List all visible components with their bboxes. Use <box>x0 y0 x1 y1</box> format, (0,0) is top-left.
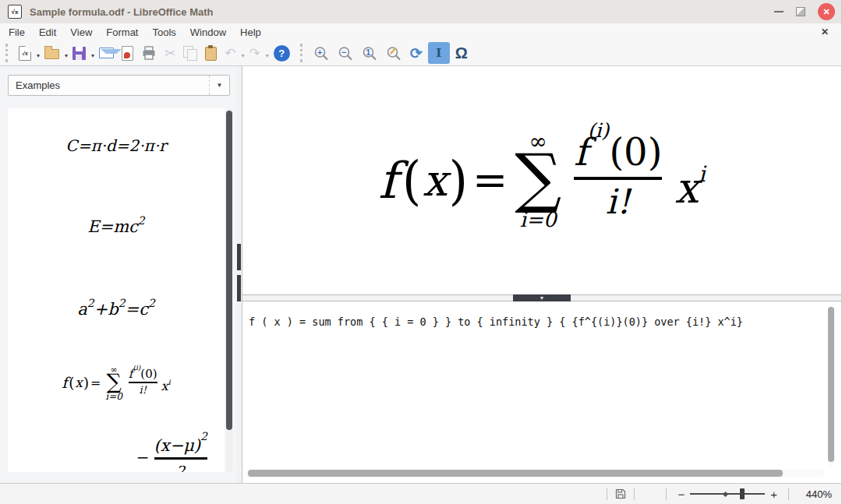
formula-command-text[interactable]: f ( x ) = sum from { { i = 0 } } to { in… <box>242 301 841 328</box>
minimize-button[interactable] <box>774 11 784 12</box>
emc-base: E=mc <box>87 217 138 236</box>
gauss-den: 2 <box>176 463 185 472</box>
save-dropdown-arrow[interactable]: ▾ <box>91 52 94 59</box>
menu-format[interactable]: Format <box>99 25 145 40</box>
app-icon: √x <box>8 5 22 19</box>
paste-button[interactable] <box>203 42 219 64</box>
pyth-c-sup: 2 <box>148 297 155 309</box>
zoom-out-control[interactable]: − <box>674 488 688 500</box>
mini-num-arg: (0) <box>140 368 157 380</box>
vertical-splitter-handle[interactable] <box>237 244 241 270</box>
horizontal-splitter-handle[interactable]: ▼ <box>513 294 571 301</box>
gauss-minus: − <box>136 448 150 467</box>
zoom-slider-thumb[interactable] <box>740 488 745 499</box>
command-editor[interactable]: f ( x ) = sum from { { i = 0 } } to { in… <box>242 301 841 483</box>
menu-tools[interactable]: Tools <box>145 25 182 40</box>
export-pdf-button[interactable] <box>119 42 136 64</box>
zoom-in-button[interactable]: + <box>311 42 332 64</box>
formula-sum-lower: i=0 <box>520 210 557 230</box>
update-button[interactable]: ⟳ <box>408 42 425 64</box>
restore-button[interactable] <box>796 7 805 16</box>
formula-cursor-button[interactable]: I <box>428 42 450 64</box>
statusbar-separator <box>607 488 607 500</box>
example-emc2-formula[interactable]: E=mc2 <box>8 216 225 236</box>
category-dropdown-button[interactable]: ▼ <box>209 76 229 95</box>
open-button[interactable] <box>42 42 62 64</box>
mini-equals: = <box>90 377 101 389</box>
zoom-slider[interactable] <box>690 488 765 500</box>
help-button[interactable]: ? <box>271 42 292 64</box>
close-window-button[interactable]: ✕ <box>818 3 835 20</box>
sidebar-scrollbar-thumb[interactable] <box>226 111 232 430</box>
menu-edit[interactable]: Edit <box>32 25 63 40</box>
pyth-b-sup: 2 <box>119 297 126 309</box>
pyth-a-sup: 2 <box>87 297 94 309</box>
pyth-a: a <box>77 300 87 319</box>
formula-preview-area[interactable]: f ( x ) = ∞ ∑ i=0 f(i)(0) i! xi <box>242 66 841 294</box>
example-circle-formula[interactable]: C=π·d=2·π·r <box>8 136 225 155</box>
save-floppy-icon <box>73 47 86 60</box>
sidebar-scrollbar[interactable] <box>226 108 232 472</box>
formula-open-paren: ( <box>402 154 421 206</box>
category-selector[interactable]: Examples ▼ <box>8 75 230 96</box>
editor-vertical-scrollbar-thumb[interactable] <box>828 307 834 462</box>
window-title: Sample formula.odf - LibreOffice Math <box>30 6 213 18</box>
zoom-out-button[interactable]: − <box>335 42 356 64</box>
example-pythagoras-formula[interactable]: a2+b2=c2 <box>8 298 225 319</box>
panel-splitter-horizontal[interactable]: ▼ <box>242 294 841 301</box>
editor-horizontal-scrollbar-thumb[interactable] <box>248 470 783 477</box>
formula-var: x <box>674 167 698 210</box>
menu-help[interactable]: Help <box>233 25 268 40</box>
formula-fraction-bar <box>574 177 662 180</box>
new-document-icon: √x <box>19 46 31 61</box>
save-button[interactable] <box>70 42 88 64</box>
copy-button <box>181 42 200 64</box>
formula-sigma: ∑ <box>515 150 561 207</box>
mini-num-sup: (i) <box>133 365 140 372</box>
mini-close-paren: ) <box>83 375 89 390</box>
mini-var: x <box>161 380 168 393</box>
cut-button: ✂ <box>162 42 178 64</box>
panel-splitter-vertical[interactable] <box>236 66 242 483</box>
new-formula-button[interactable]: √x <box>16 42 34 64</box>
example-gauss-formula[interactable]: − (x−μ)2 2 <box>8 426 225 470</box>
vertical-splitter-handle[interactable] <box>237 275 241 301</box>
menu-view[interactable]: View <box>63 25 99 40</box>
email-document-button[interactable] <box>97 42 116 64</box>
clipboard-icon <box>205 47 217 61</box>
menu-window[interactable]: Window <box>183 25 233 40</box>
redo-dropdown-arrow: ▾ <box>266 52 269 59</box>
formula-num-arg: (0) <box>609 133 662 171</box>
open-dropdown-arrow[interactable]: ▾ <box>65 52 68 59</box>
print-button[interactable] <box>139 42 159 64</box>
zoom-level-value[interactable]: 440% <box>796 488 832 500</box>
zoom-out-icon: − <box>338 45 354 62</box>
menu-file[interactable]: File <box>2 25 32 40</box>
zoom-in-control[interactable]: + <box>766 488 781 500</box>
email-icon <box>99 48 114 58</box>
new-dropdown-arrow[interactable]: ▾ <box>37 52 40 59</box>
example-taylor-formula[interactable]: f ( x ) = ∞ ∑ i=0 f(i)(0) i! <box>8 365 225 401</box>
editor-horizontal-scrollbar[interactable] <box>246 470 824 477</box>
copy-icon <box>183 46 197 60</box>
close-document-button[interactable]: ✕ <box>821 26 829 37</box>
toolbar-grip[interactable] <box>5 44 9 62</box>
refresh-icon: ⟳ <box>410 46 423 61</box>
statusbar-separator <box>666 488 667 500</box>
formula-equals: = <box>472 160 508 202</box>
symbols-catalog-button[interactable]: Ω <box>453 42 470 64</box>
omega-icon: Ω <box>455 45 468 61</box>
gauss-num-sup: 2 <box>200 430 207 442</box>
pyth-b: +b <box>94 300 119 319</box>
editor-vertical-scrollbar[interactable] <box>828 306 834 466</box>
formula-var-sup: i <box>699 161 706 187</box>
show-all-button[interactable] <box>384 42 405 64</box>
scissors-icon: ✂ <box>165 47 175 60</box>
formula-f: f <box>378 156 397 206</box>
emc-sup: 2 <box>138 214 145 227</box>
gauss-fraction-bar <box>154 457 207 460</box>
zoom-100-button[interactable]: 1 <box>359 42 380 64</box>
save-status-icon[interactable] <box>614 488 627 500</box>
statusbar: − + 440% <box>0 484 841 504</box>
zoom-100-marker <box>723 491 728 496</box>
